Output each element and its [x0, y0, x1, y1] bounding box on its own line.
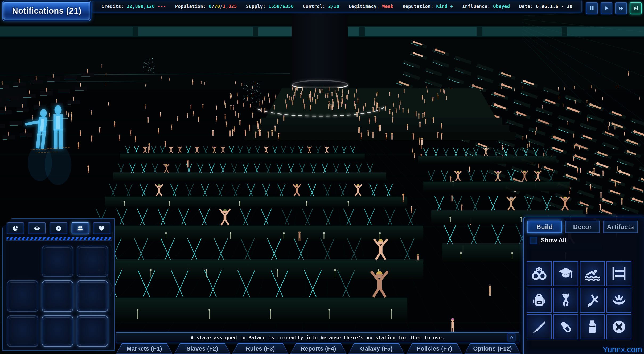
- milk-bottle-icon: [584, 319, 601, 335]
- tab-policies-label: Policies (F7): [417, 345, 452, 352]
- stat-population: Population: 0/70/1,025: [175, 4, 237, 9]
- influence-value: Obeyed: [493, 4, 510, 9]
- backpack-icon: [531, 292, 547, 308]
- tab-decor-label: Decor: [573, 223, 592, 231]
- chevron-up-icon: [510, 336, 514, 339]
- population-sep: /: [220, 4, 223, 9]
- status-message-text: A slave assigned to Palace is currently …: [191, 335, 445, 340]
- heart-icon: [98, 225, 106, 232]
- tab-slaves-label: Slaves (F2): [186, 345, 218, 352]
- build-item-spa[interactable]: [606, 288, 631, 313]
- empty-slot[interactable]: [7, 315, 38, 347]
- build-item-storage[interactable]: [527, 288, 552, 313]
- empty-slot[interactable]: [42, 315, 73, 347]
- stat-influence: Influence: Obeyed: [462, 4, 510, 9]
- pie-chart-tool-button[interactable]: [7, 222, 24, 234]
- skip-to-end-button[interactable]: [630, 2, 642, 14]
- fast-forward-icon: [618, 5, 624, 11]
- legitimacy-value: Weak: [382, 4, 393, 9]
- population-mid: 70: [214, 4, 220, 9]
- divider-stripe-bar: [6, 237, 112, 241]
- visibility-tool-button[interactable]: [28, 222, 46, 234]
- resource-strip: Credits: 22,890,120 --- Population: 0/70…: [92, 1, 582, 12]
- swimmer-icon: [584, 265, 601, 282]
- tab-rules[interactable]: Rules (F3): [232, 343, 289, 354]
- build-item-cancel[interactable]: [606, 314, 631, 339]
- build-item-medicine[interactable]: [553, 314, 578, 339]
- tab-build-label: Build: [536, 223, 553, 231]
- show-all-toggle[interactable]: Show All: [530, 237, 566, 244]
- stat-legitimacy: Legitimacy: Weak: [348, 4, 393, 9]
- people-icon: [76, 225, 84, 232]
- bottom-menu-bar: Markets (F1) Slaves (F2) Rules (F3) Repo…: [116, 343, 521, 354]
- empty-slot[interactable]: [77, 246, 108, 277]
- population-tool-button[interactable]: [72, 222, 89, 234]
- build-item-surgery[interactable]: [527, 314, 552, 339]
- time-controls: [586, 2, 642, 14]
- dancer-icon: [557, 292, 574, 308]
- population-max: 1,025: [223, 4, 237, 9]
- empty-slot[interactable]: [7, 280, 38, 312]
- top-hud-bar: Credits: 22,890,120 --- Population: 0/70…: [0, 0, 644, 13]
- build-item-grid: [527, 261, 631, 339]
- settings-tool-button[interactable]: [50, 222, 67, 234]
- tab-reports-label: Reports (F4): [301, 345, 336, 352]
- build-item-dairy[interactable]: [580, 314, 605, 339]
- build-item-restraints[interactable]: [527, 261, 552, 286]
- population-current: 0: [209, 4, 212, 9]
- tab-options[interactable]: Options (F12): [464, 343, 521, 354]
- play-button[interactable]: [601, 2, 612, 14]
- reputation-label: Reputation:: [403, 4, 433, 9]
- build-item-dance[interactable]: [553, 288, 578, 313]
- empty-slot[interactable]: [77, 315, 108, 347]
- pause-button[interactable]: [586, 2, 598, 14]
- population-sep: /: [212, 4, 215, 9]
- skip-to-end-icon: [633, 5, 639, 11]
- build-item-school[interactable]: [553, 261, 578, 286]
- control-value: 2/10: [328, 4, 339, 9]
- population-label: Population:: [175, 4, 206, 9]
- tab-slaves[interactable]: Slaves (F2): [174, 343, 231, 354]
- graduation-cap-icon: [557, 265, 574, 282]
- credits-label: Credits:: [101, 4, 124, 9]
- influence-label: Influence:: [462, 4, 490, 9]
- tab-decor[interactable]: Decor: [565, 221, 600, 233]
- show-all-label: Show All: [541, 237, 566, 244]
- tab-galaxy[interactable]: Galaxy (F5): [348, 343, 405, 354]
- empty-slot[interactable]: [42, 246, 73, 277]
- pill-icon: [557, 319, 574, 335]
- tab-markets[interactable]: Markets (F1): [116, 343, 173, 354]
- date-label: Date:: [519, 4, 533, 9]
- cancel-icon: [611, 319, 627, 335]
- eye-icon: [33, 225, 41, 232]
- notifications-button[interactable]: Notifications (21): [3, 1, 91, 21]
- gear-icon: [55, 225, 62, 232]
- credits-trend: ---: [158, 4, 166, 9]
- date-value: 6.96.1.6 - 20: [536, 4, 572, 9]
- game-screen: Credits: 22,890,120 --- Population: 0/70…: [0, 0, 644, 354]
- tab-rules-label: Rules (F3): [246, 345, 275, 352]
- build-item-pool[interactable]: [580, 261, 605, 286]
- relations-tool-button[interactable]: [93, 222, 110, 234]
- tab-galaxy-label: Galaxy (F5): [360, 345, 393, 352]
- bunk-bed-icon: [611, 265, 627, 282]
- empty-slot[interactable]: [42, 280, 73, 312]
- stat-supply: Supply: 1558/6350: [246, 4, 294, 9]
- collapse-message-button[interactable]: [508, 334, 515, 341]
- empty-slot[interactable]: [77, 280, 108, 312]
- overview-panel: [2, 218, 115, 351]
- show-all-checkbox[interactable]: [530, 237, 537, 244]
- tab-reports[interactable]: Reports (F4): [290, 343, 347, 354]
- tab-build[interactable]: Build: [527, 221, 562, 233]
- tab-artifacts-label: Artifacts: [607, 223, 634, 231]
- build-item-dormitory[interactable]: [606, 261, 631, 286]
- fast-forward-button[interactable]: [615, 2, 627, 14]
- build-panel-tabs: Build Decor Artifacts: [527, 221, 638, 233]
- tab-policies[interactable]: Policies (F7): [406, 343, 463, 354]
- build-item-acrobatics[interactable]: [580, 288, 605, 313]
- tab-artifacts[interactable]: Artifacts: [603, 221, 638, 233]
- control-label: Control:: [303, 4, 325, 9]
- stat-reputation: Reputation: Kind +: [403, 4, 453, 9]
- overview-toolbar: [7, 222, 110, 234]
- tab-options-label: Options (F12): [473, 345, 512, 352]
